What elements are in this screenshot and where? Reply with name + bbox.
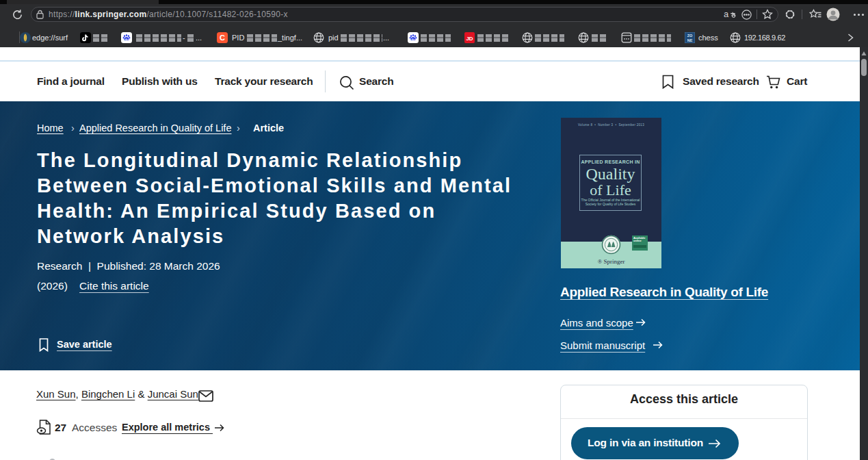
svg-text:ZO: ZO: [687, 34, 693, 38]
svg-text:du: du: [124, 38, 129, 42]
svg-text:NE: NE: [687, 38, 693, 42]
svg-text:C: C: [220, 34, 225, 42]
svg-text:JD: JD: [466, 36, 473, 42]
svg-text:du: du: [411, 38, 415, 42]
